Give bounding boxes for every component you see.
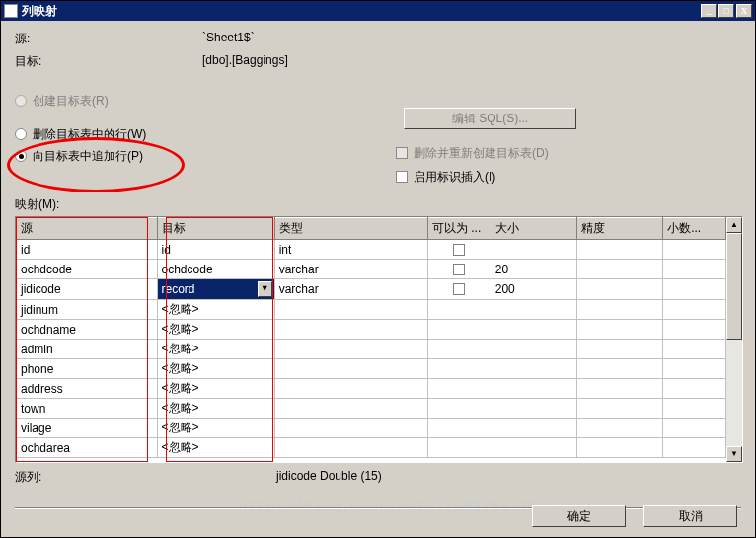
cell-source[interactable]: jidinum (17, 300, 158, 320)
cell-size[interactable]: 200 (491, 279, 576, 300)
cell-target[interactable]: <忽略> (157, 320, 274, 340)
chevron-down-icon[interactable]: ▼ (258, 281, 272, 297)
cell-source[interactable]: address (17, 379, 158, 399)
table-row[interactable]: vilage<忽略> (17, 419, 726, 438)
cell-size[interactable]: 20 (491, 260, 576, 279)
cell-size[interactable] (491, 340, 576, 359)
cell-size[interactable] (491, 300, 576, 320)
check-identity-insert[interactable] (396, 171, 408, 183)
cell-source[interactable]: town (17, 399, 158, 419)
cell-type[interactable] (274, 379, 427, 399)
cell-target[interactable]: <忽略> (157, 399, 274, 419)
cell-target[interactable]: <忽略> (157, 419, 274, 438)
cell-scale[interactable] (663, 340, 726, 359)
table-row[interactable]: ochdcodeochdcodevarchar20 (17, 260, 726, 279)
titlebar[interactable]: 列映射 _ □ X (1, 1, 755, 21)
cell-size[interactable] (491, 240, 576, 260)
cell-size[interactable] (491, 379, 576, 399)
cell-nullable[interactable] (427, 260, 491, 279)
table-row[interactable]: ochdname<忽略> (17, 320, 726, 340)
close-button[interactable]: X (736, 4, 752, 18)
cell-target[interactable]: <忽略> (157, 300, 274, 320)
cell-precision[interactable] (576, 279, 662, 300)
cell-scale[interactable] (663, 419, 726, 438)
cell-target[interactable]: ochdcode (157, 260, 274, 279)
cell-nullable[interactable] (427, 279, 491, 300)
cell-type[interactable]: varchar (274, 260, 427, 279)
ok-button[interactable]: 确定 (532, 505, 626, 527)
cell-nullable[interactable] (427, 300, 491, 320)
table-row[interactable]: ididint (17, 240, 726, 260)
cell-precision[interactable] (576, 379, 662, 399)
cell-scale[interactable] (663, 438, 726, 458)
col-precision[interactable]: 精度 (576, 218, 662, 240)
nullable-checkbox[interactable] (453, 244, 465, 256)
cell-precision[interactable] (576, 320, 662, 340)
table-row[interactable]: jidinum<忽略> (17, 300, 726, 320)
cell-nullable[interactable] (427, 320, 491, 340)
cell-nullable[interactable] (427, 340, 491, 359)
cell-scale[interactable] (663, 359, 726, 379)
cell-target[interactable]: <忽略> (157, 359, 274, 379)
cell-precision[interactable] (576, 359, 662, 379)
table-row[interactable]: town<忽略> (17, 399, 726, 419)
col-size[interactable]: 大小 (491, 218, 576, 240)
cell-size[interactable] (491, 399, 576, 419)
cell-type[interactable] (274, 399, 427, 419)
cell-type[interactable]: int (274, 240, 427, 260)
cell-size[interactable] (491, 359, 576, 379)
cell-precision[interactable] (576, 300, 662, 320)
cell-source[interactable]: ochdname (17, 320, 158, 340)
cell-precision[interactable] (576, 240, 662, 260)
cell-target[interactable]: <忽略> (157, 340, 274, 359)
cell-source[interactable]: ochdarea (17, 438, 158, 458)
table-row[interactable]: ochdarea<忽略> (17, 438, 726, 458)
cell-scale[interactable] (663, 399, 726, 419)
target-dropdown[interactable]: record▼ (158, 279, 274, 299)
cancel-button[interactable]: 取消 (643, 505, 737, 527)
cell-source[interactable]: jidicode (17, 279, 158, 300)
minimize-button[interactable]: _ (701, 4, 717, 18)
cell-target[interactable]: id (157, 240, 274, 260)
cell-precision[interactable] (576, 340, 662, 359)
cell-scale[interactable] (663, 379, 726, 399)
cell-source[interactable]: id (17, 240, 158, 260)
cell-size[interactable] (491, 320, 576, 340)
cell-nullable[interactable] (427, 419, 491, 438)
mapping-table[interactable]: 源 目标 类型 可以为 ... 大小 精度 小数... ididintochdc… (16, 217, 726, 458)
cell-precision[interactable] (576, 419, 662, 438)
maximize-button[interactable]: □ (718, 4, 734, 18)
cell-scale[interactable] (663, 260, 726, 279)
radio-delete-rows[interactable] (15, 128, 27, 140)
cell-size[interactable] (491, 419, 576, 438)
cell-type[interactable] (274, 320, 427, 340)
table-row[interactable]: jidicoderecord▼varchar200 (17, 279, 726, 300)
table-row[interactable]: admin<忽略> (17, 340, 726, 359)
cell-nullable[interactable] (427, 438, 491, 458)
scroll-up-icon[interactable]: ▲ (726, 217, 742, 233)
cell-source[interactable]: admin (17, 340, 158, 359)
cell-type[interactable] (274, 300, 427, 320)
grid-scrollbar[interactable]: ▲ ▼ (726, 217, 742, 462)
cell-scale[interactable] (663, 240, 726, 260)
cell-source[interactable]: phone (17, 359, 158, 379)
cell-source[interactable]: ochdcode (17, 260, 158, 279)
cell-type[interactable] (274, 438, 427, 458)
cell-type[interactable] (274, 359, 427, 379)
scroll-down-icon[interactable]: ▼ (726, 446, 742, 462)
cell-target[interactable]: <忽略> (157, 438, 274, 458)
cell-type[interactable]: varchar (274, 279, 427, 300)
nullable-checkbox[interactable] (453, 264, 465, 275)
cell-scale[interactable] (663, 300, 726, 320)
scroll-thumb[interactable] (726, 233, 742, 340)
cell-type[interactable] (274, 419, 427, 438)
col-source[interactable]: 源 (17, 218, 158, 240)
cell-source[interactable]: vilage (17, 419, 158, 438)
cell-nullable[interactable] (427, 240, 491, 260)
cell-nullable[interactable] (427, 359, 491, 379)
cell-target[interactable]: <忽略> (157, 379, 274, 399)
cell-nullable[interactable] (427, 399, 491, 419)
cell-scale[interactable] (663, 320, 726, 340)
cell-precision[interactable] (576, 438, 662, 458)
cell-type[interactable] (274, 340, 427, 359)
